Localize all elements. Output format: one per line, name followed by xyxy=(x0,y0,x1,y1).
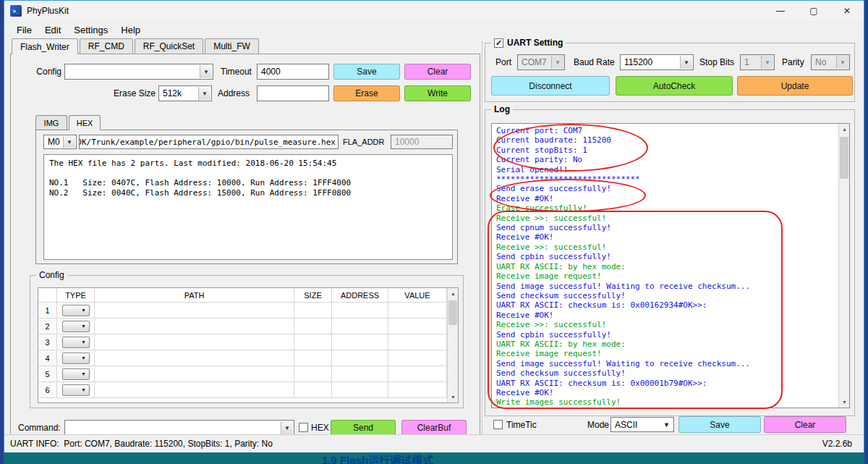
chevron-down-icon[interactable]: ▼ xyxy=(198,87,210,100)
minimize-icon[interactable]: — xyxy=(764,1,797,21)
table-cell xyxy=(388,334,447,350)
type-dropdown[interactable]: ▼ xyxy=(62,321,90,332)
send-button[interactable]: Send xyxy=(331,420,396,436)
parity-label: Parity xyxy=(782,54,804,70)
table-row: 1▼ xyxy=(38,303,447,319)
chevron-down-icon[interactable]: ▼ xyxy=(281,421,293,434)
type-dropdown[interactable]: ▼ xyxy=(62,337,90,348)
menu-settings[interactable]: Settings xyxy=(67,22,114,38)
statusbar: UART INFO: Port: COM7, Baudrate: 115200,… xyxy=(4,434,864,452)
baud-rate-combobox[interactable]: 115200 ▼ xyxy=(620,54,694,70)
row-number-cell: 5 xyxy=(38,366,57,382)
log-line: Send image successful! Waiting to receiv… xyxy=(496,282,834,291)
table-cell xyxy=(294,366,332,382)
timetic-checkbox[interactable]: ✓ xyxy=(493,420,503,429)
scrollbar-thumb[interactable] xyxy=(840,137,848,179)
scroll-down-icon[interactable]: ▼ xyxy=(839,397,850,408)
log-line: Send erase successfully! xyxy=(496,184,834,193)
column-header: VALUE xyxy=(388,288,447,303)
table-cell: ▼ xyxy=(57,319,95,334)
save-log-button[interactable]: Save xyxy=(678,416,761,433)
table-cell xyxy=(95,334,294,350)
chevron-down-icon[interactable]: ▼ xyxy=(660,418,673,431)
table-cell: ▼ xyxy=(57,303,95,319)
command-label: Command: xyxy=(18,420,61,436)
address-input[interactable] xyxy=(257,85,329,101)
table-cell xyxy=(95,319,294,334)
port-label: Port xyxy=(495,54,511,70)
tab-rf-quickset[interactable]: RF_QuickSet xyxy=(135,38,203,54)
config-combobox[interactable]: ▼ xyxy=(64,64,213,80)
tab-flash-writer[interactable]: Flash_Writer xyxy=(12,38,78,54)
erase-size-label: Erase Size xyxy=(103,85,156,101)
parity-combobox[interactable]: No ▼ xyxy=(811,54,850,70)
stop-bits-combobox[interactable]: 1 ▼ xyxy=(740,54,775,70)
row-number-cell: 3 xyxy=(38,334,57,350)
config-table: TYPEPATHSIZEADDRESSVALUE 1▼2▼3▼4▼5▼6▼ ▲ … xyxy=(38,287,459,403)
slot-combobox[interactable]: M0 ▼ xyxy=(43,135,77,149)
table-row: 5▼ xyxy=(38,366,447,382)
chevron-down-icon: ▼ xyxy=(761,56,773,69)
chevron-down-icon: ▼ xyxy=(79,369,89,379)
autocheck-button[interactable]: AutoCheck xyxy=(616,76,733,96)
background-document-text: 1.9 Flash运行调试模式 xyxy=(322,454,433,464)
tab-multi-fw[interactable]: Multi_FW xyxy=(205,38,259,54)
row-number-cell: 4 xyxy=(38,350,57,366)
timeout-input[interactable]: 4000 xyxy=(257,64,329,80)
chevron-down-icon[interactable]: ▼ xyxy=(200,65,212,78)
close-icon[interactable]: ✕ xyxy=(830,1,864,21)
row-number-cell: 1 xyxy=(38,303,57,319)
chevron-down-icon[interactable]: ▼ xyxy=(680,56,692,69)
timeout-label: Timeout xyxy=(221,64,252,80)
type-dropdown[interactable]: ▼ xyxy=(62,368,90,380)
config-table-scrollbar[interactable]: ▲ ▼ xyxy=(447,288,458,402)
scroll-up-icon[interactable]: ▲ xyxy=(448,288,459,299)
type-dropdown[interactable]: ▼ xyxy=(62,353,90,364)
table-row: 2▼ xyxy=(38,319,447,334)
disconnect-button[interactable]: Disconnect xyxy=(491,76,610,96)
port-combobox[interactable]: COM7 ▼ xyxy=(517,54,565,70)
chevron-down-icon[interactable]: ▼ xyxy=(63,136,75,148)
menu-help[interactable]: Help xyxy=(114,22,147,38)
write-button[interactable]: Write xyxy=(404,85,471,101)
update-button[interactable]: Update xyxy=(737,76,853,96)
chevron-down-icon: ▼ xyxy=(79,353,89,363)
uart-setting-checkbox[interactable]: ✓ xyxy=(494,38,503,48)
log-line: Receive #OK! xyxy=(496,388,834,397)
erase-button[interactable]: Erase xyxy=(333,85,400,101)
fla-addr-input[interactable]: 10000 xyxy=(391,135,453,149)
maximize-icon[interactable]: ▢ xyxy=(797,1,830,21)
app-icon: >_ xyxy=(10,5,22,17)
table-cell xyxy=(388,382,447,398)
table-row: 6▼ xyxy=(38,382,447,398)
chevron-down-icon: ▼ xyxy=(79,321,89,332)
tab-img[interactable]: IMG xyxy=(35,115,67,130)
clear-log-button[interactable]: Clear xyxy=(764,416,846,433)
log-line: Current parity: No xyxy=(496,155,834,164)
clearbuf-button[interactable]: ClearBuf xyxy=(401,420,467,436)
hex-path-input[interactable]: SDK/Trunk/example/peripheral/gpio/bin/pu… xyxy=(79,135,339,149)
log-line: Send cpbin successfully! xyxy=(496,252,834,261)
main-tabs: Flash_Writer RF_CMD RF_QuickSet Multi_FW xyxy=(12,38,260,54)
log-line: UART RX ASCII: by hex mode: xyxy=(496,339,834,349)
scrollbar-thumb[interactable] xyxy=(448,300,457,325)
menu-file[interactable]: File xyxy=(10,22,38,38)
type-dropdown[interactable]: ▼ xyxy=(62,305,90,316)
scroll-up-icon[interactable]: ▲ xyxy=(839,124,850,135)
tab-hex[interactable]: HEX xyxy=(69,115,101,130)
table-cell xyxy=(294,350,332,366)
log-scrollbar[interactable]: ▲ ▼ xyxy=(838,124,849,408)
command-combobox[interactable]: ▼ xyxy=(64,420,294,436)
left-panel: Flash_Writer RF_CMD RF_QuickSet Multi_FW… xyxy=(10,38,480,438)
table-cell xyxy=(95,382,294,398)
erase-size-combobox[interactable]: 512k ▼ xyxy=(158,85,212,101)
menu-edit[interactable]: Edit xyxy=(38,22,67,38)
type-dropdown[interactable]: ▼ xyxy=(62,384,90,396)
save-config-button[interactable]: Save xyxy=(333,64,400,80)
mode-combobox[interactable]: ASCII ▼ xyxy=(610,417,674,432)
table-cell xyxy=(294,303,332,319)
scroll-down-icon[interactable]: ▼ xyxy=(448,392,459,402)
clear-config-button[interactable]: Clear xyxy=(404,64,471,80)
tab-rf-cmd[interactable]: RF_CMD xyxy=(80,38,133,54)
hex-checkbox[interactable]: ✓ xyxy=(299,423,308,432)
